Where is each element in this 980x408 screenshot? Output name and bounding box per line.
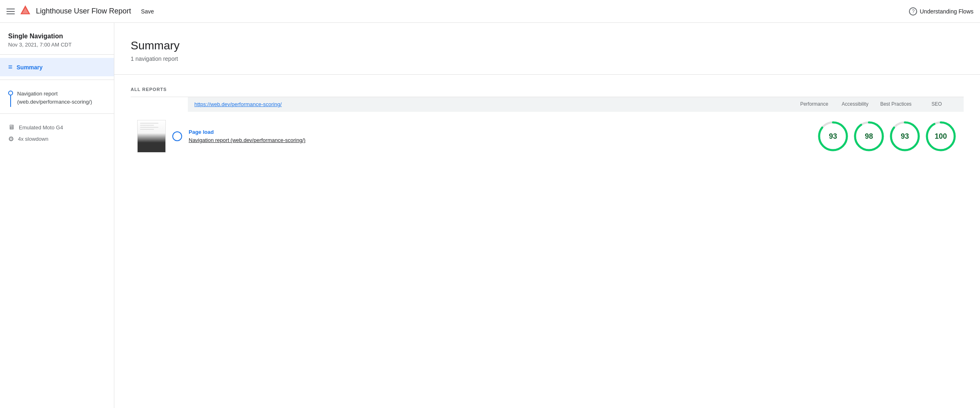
main-content: Summary 1 navigation report ALL REPORTS …	[114, 23, 980, 408]
score-best-practices-value: 93	[901, 132, 909, 140]
score-performance[interactable]: 93	[817, 120, 849, 153]
app-title: Lighthouse User Flow Report	[36, 7, 131, 16]
monitor-icon: 🖥	[8, 124, 15, 131]
score-seo-value: 100	[935, 132, 947, 140]
summary-title: Summary	[131, 39, 964, 52]
cpu-icon: ⚙	[8, 135, 14, 143]
question-icon: ?	[909, 7, 917, 16]
lighthouse-logo-icon	[20, 4, 31, 18]
sidebar-date: Nov 3, 2021, 7:00 AM CDT	[0, 42, 114, 54]
nav-item-title: Navigation report	[17, 90, 92, 98]
table-col-best-practices: Best Practices	[875, 101, 916, 108]
nav-pin-line	[10, 95, 11, 107]
report-name-link[interactable]: Navigation report (web.dev/performance-s…	[189, 137, 305, 143]
header-right: ? Understanding Flows	[909, 7, 973, 16]
nav-item-url: (web.dev/performance-scoring/)	[17, 98, 92, 106]
thumb-line-2	[140, 125, 154, 126]
nav-pin	[8, 90, 13, 107]
device-label-0: Emulated Moto G4	[19, 124, 63, 131]
report-thumbnail	[137, 120, 166, 153]
sidebar-device-item-1: ⚙ 4x slowdown	[8, 135, 106, 143]
table-row: Page load Navigation report (web.dev/per…	[131, 113, 964, 159]
sidebar-divider	[0, 54, 114, 55]
list-icon	[8, 63, 13, 71]
app-header: Lighthouse User Flow Report Save ? Under…	[0, 0, 980, 23]
sidebar-device-section: 🖥 Emulated Moto G4 ⚙ 4x slowdown	[0, 117, 114, 149]
thumb-line-4	[140, 129, 154, 130]
save-button[interactable]: Save	[136, 6, 159, 17]
score-performance-value: 93	[829, 132, 837, 140]
score-accessibility-value: 98	[865, 132, 873, 140]
sidebar-device-item-0: 🖥 Emulated Moto G4	[8, 124, 106, 131]
table-header: https://web.dev/performance-scoring/ Per…	[188, 97, 964, 112]
sidebar-summary-label: Summary	[17, 64, 43, 71]
nav-pin-circle	[8, 91, 13, 95]
summary-header: Summary 1 navigation report	[114, 23, 980, 75]
summary-subtitle: 1 navigation report	[131, 55, 964, 62]
thumb-line-3	[140, 127, 158, 128]
score-seo[interactable]: 100	[924, 120, 957, 153]
device-label-1: 4x slowdown	[18, 136, 48, 142]
sidebar-nav-item[interactable]: Navigation report (web.dev/performance-s…	[0, 83, 114, 113]
report-select-button[interactable]	[172, 131, 182, 141]
all-reports-label: ALL REPORTS	[131, 87, 964, 92]
table-col-seo: SEO	[916, 101, 957, 108]
all-reports-section: ALL REPORTS https://web.dev/performance-…	[114, 75, 980, 171]
nav-item-text: Navigation report (web.dev/performance-s…	[17, 90, 92, 106]
table-url-header[interactable]: https://web.dev/performance-scoring/	[194, 101, 794, 107]
sidebar-section-title: Single Navigation	[0, 33, 114, 42]
sidebar-item-summary[interactable]: Summary	[0, 58, 114, 76]
menu-button[interactable]	[7, 9, 15, 14]
table-col-performance: Performance	[794, 101, 835, 108]
main-layout: Single Navigation Nov 3, 2021, 7:00 AM C…	[0, 23, 980, 408]
score-accessibility[interactable]: 98	[853, 120, 885, 153]
report-info: Page load Navigation report (web.dev/per…	[189, 129, 810, 143]
sidebar: Single Navigation Nov 3, 2021, 7:00 AM C…	[0, 23, 114, 408]
sidebar-divider-3	[0, 113, 114, 114]
understanding-flows-link[interactable]: ? Understanding Flows	[909, 7, 973, 16]
score-best-practices[interactable]: 93	[889, 120, 921, 153]
table-col-accessibility: Accessibility	[835, 101, 875, 108]
report-type-label: Page load	[189, 129, 810, 135]
thumbnail-lines	[140, 123, 163, 130]
thumb-line-1	[140, 123, 158, 124]
sidebar-divider-2	[0, 80, 114, 80]
header-left: Lighthouse User Flow Report Save	[7, 4, 902, 18]
scores-container: 93 98 93	[817, 120, 957, 153]
